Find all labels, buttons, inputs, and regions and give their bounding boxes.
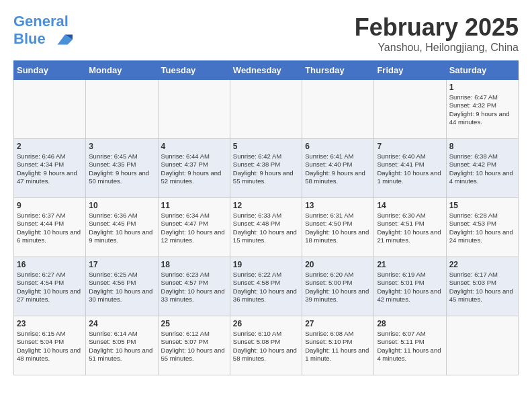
day-number: 14 <box>377 201 443 210</box>
day-number: 6 <box>305 142 371 151</box>
header-tuesday: Tuesday <box>158 61 230 80</box>
day-number: 15 <box>449 201 515 210</box>
calendar-cell: 16Sunrise: 6:27 AM Sunset: 4:54 PM Dayli… <box>14 257 86 316</box>
calendar-cell <box>302 80 374 139</box>
day-info: Sunrise: 6:12 AM Sunset: 5:07 PM Dayligh… <box>161 330 227 363</box>
day-info: Sunrise: 6:33 AM Sunset: 4:48 PM Dayligh… <box>233 212 299 244</box>
logo-icon <box>52 30 73 50</box>
day-info: Sunrise: 6:30 AM Sunset: 4:51 PM Dayligh… <box>377 212 443 244</box>
day-info: Sunrise: 6:34 AM Sunset: 4:47 PM Dayligh… <box>161 212 227 244</box>
day-number: 2 <box>17 142 83 151</box>
day-info: Sunrise: 6:20 AM Sunset: 5:00 PM Dayligh… <box>305 271 371 304</box>
day-number: 28 <box>377 319 443 328</box>
day-number: 19 <box>233 260 299 269</box>
logo-text2: Blue <box>13 30 73 50</box>
calendar-cell: 26Sunrise: 6:10 AM Sunset: 5:08 PM Dayli… <box>230 316 302 375</box>
logo: General Blue <box>13 13 73 50</box>
calendar-cell: 28Sunrise: 6:07 AM Sunset: 5:11 PM Dayli… <box>374 316 446 375</box>
day-info: Sunrise: 6:45 AM Sunset: 4:35 PM Dayligh… <box>89 152 154 185</box>
calendar-subtitle: Yanshou, Heilongjiang, China <box>355 42 519 54</box>
calendar-cell: 20Sunrise: 6:20 AM Sunset: 5:00 PM Dayli… <box>302 257 374 316</box>
calendar-body: 1Sunrise: 6:47 AM Sunset: 4:32 PM Daylig… <box>14 80 519 375</box>
calendar-cell: 4Sunrise: 6:44 AM Sunset: 4:37 PM Daylig… <box>158 139 230 198</box>
day-number: 21 <box>377 260 443 269</box>
day-number: 8 <box>449 142 515 151</box>
calendar-cell: 1Sunrise: 6:47 AM Sunset: 4:32 PM Daylig… <box>446 80 518 139</box>
day-info: Sunrise: 6:19 AM Sunset: 5:01 PM Dayligh… <box>377 271 443 304</box>
calendar-cell <box>446 316 518 375</box>
header-wednesday: Wednesday <box>230 61 302 80</box>
day-number: 4 <box>161 142 227 151</box>
day-number: 12 <box>233 201 299 210</box>
calendar-cell: 21Sunrise: 6:19 AM Sunset: 5:01 PM Dayli… <box>374 257 446 316</box>
day-info: Sunrise: 6:22 AM Sunset: 4:58 PM Dayligh… <box>233 271 299 304</box>
header-saturday: Saturday <box>446 61 518 80</box>
day-info: Sunrise: 6:27 AM Sunset: 4:54 PM Dayligh… <box>17 271 83 304</box>
day-info: Sunrise: 6:23 AM Sunset: 4:57 PM Dayligh… <box>161 271 227 304</box>
header-sunday: Sunday <box>14 61 86 80</box>
day-number: 23 <box>17 319 83 328</box>
calendar-cell: 15Sunrise: 6:28 AM Sunset: 4:53 PM Dayli… <box>446 198 518 257</box>
day-info: Sunrise: 6:10 AM Sunset: 5:08 PM Dayligh… <box>233 330 299 363</box>
calendar-cell: 2Sunrise: 6:46 AM Sunset: 4:34 PM Daylig… <box>14 139 86 198</box>
calendar-cell: 25Sunrise: 6:12 AM Sunset: 5:07 PM Dayli… <box>158 316 230 375</box>
calendar-cell: 22Sunrise: 6:17 AM Sunset: 5:03 PM Dayli… <box>446 257 518 316</box>
calendar-title: February 2025 <box>355 13 519 42</box>
calendar-cell: 13Sunrise: 6:31 AM Sunset: 4:50 PM Dayli… <box>302 198 374 257</box>
title-section: February 2025 Yanshou, Heilongjiang, Chi… <box>355 13 519 54</box>
day-number: 10 <box>89 201 154 210</box>
calendar-week-4: 23Sunrise: 6:15 AM Sunset: 5:04 PM Dayli… <box>14 316 519 375</box>
day-info: Sunrise: 6:07 AM Sunset: 5:11 PM Dayligh… <box>377 330 443 363</box>
calendar-table: Sunday Monday Tuesday Wednesday Thursday… <box>13 60 519 375</box>
calendar-cell: 7Sunrise: 6:40 AM Sunset: 4:41 PM Daylig… <box>374 139 446 198</box>
calendar-cell: 12Sunrise: 6:33 AM Sunset: 4:48 PM Dayli… <box>230 198 302 257</box>
calendar-week-0: 1Sunrise: 6:47 AM Sunset: 4:32 PM Daylig… <box>14 80 519 139</box>
weekday-row: Sunday Monday Tuesday Wednesday Thursday… <box>14 61 519 80</box>
day-number: 1 <box>449 83 515 92</box>
day-number: 5 <box>233 142 299 151</box>
calendar-cell: 19Sunrise: 6:22 AM Sunset: 4:58 PM Dayli… <box>230 257 302 316</box>
calendar-cell: 5Sunrise: 6:42 AM Sunset: 4:38 PM Daylig… <box>230 139 302 198</box>
calendar-cell: 11Sunrise: 6:34 AM Sunset: 4:47 PM Dayli… <box>158 198 230 257</box>
day-info: Sunrise: 6:40 AM Sunset: 4:41 PM Dayligh… <box>377 152 443 185</box>
calendar-cell <box>374 80 446 139</box>
day-info: Sunrise: 6:41 AM Sunset: 4:40 PM Dayligh… <box>305 152 371 185</box>
day-number: 18 <box>161 260 227 269</box>
day-number: 7 <box>377 142 443 151</box>
header-thursday: Thursday <box>302 61 374 80</box>
calendar-cell: 24Sunrise: 6:14 AM Sunset: 5:05 PM Dayli… <box>86 316 158 375</box>
day-number: 11 <box>161 201 227 210</box>
day-number: 20 <box>305 260 371 269</box>
day-info: Sunrise: 6:37 AM Sunset: 4:44 PM Dayligh… <box>17 212 83 244</box>
day-info: Sunrise: 6:36 AM Sunset: 4:45 PM Dayligh… <box>89 212 154 244</box>
calendar-week-2: 9Sunrise: 6:37 AM Sunset: 4:44 PM Daylig… <box>14 198 519 257</box>
day-number: 27 <box>305 319 371 328</box>
calendar-week-1: 2Sunrise: 6:46 AM Sunset: 4:34 PM Daylig… <box>14 139 519 198</box>
calendar-cell: 14Sunrise: 6:30 AM Sunset: 4:51 PM Dayli… <box>374 198 446 257</box>
day-info: Sunrise: 6:44 AM Sunset: 4:37 PM Dayligh… <box>161 152 227 185</box>
day-info: Sunrise: 6:42 AM Sunset: 4:38 PM Dayligh… <box>233 152 299 185</box>
day-info: Sunrise: 6:15 AM Sunset: 5:04 PM Dayligh… <box>17 330 83 363</box>
calendar-cell <box>230 80 302 139</box>
calendar-cell: 9Sunrise: 6:37 AM Sunset: 4:44 PM Daylig… <box>14 198 86 257</box>
calendar-cell: 8Sunrise: 6:38 AM Sunset: 4:42 PM Daylig… <box>446 139 518 198</box>
day-info: Sunrise: 6:46 AM Sunset: 4:34 PM Dayligh… <box>17 152 83 185</box>
header-friday: Friday <box>374 61 446 80</box>
day-info: Sunrise: 6:28 AM Sunset: 4:53 PM Dayligh… <box>449 212 515 244</box>
calendar-week-3: 16Sunrise: 6:27 AM Sunset: 4:54 PM Dayli… <box>14 257 519 316</box>
logo-text: General <box>13 13 73 30</box>
calendar-cell: 27Sunrise: 6:08 AM Sunset: 5:10 PM Dayli… <box>302 316 374 375</box>
day-info: Sunrise: 6:31 AM Sunset: 4:50 PM Dayligh… <box>305 212 371 244</box>
day-info: Sunrise: 6:25 AM Sunset: 4:56 PM Dayligh… <box>89 271 154 304</box>
calendar-cell: 10Sunrise: 6:36 AM Sunset: 4:45 PM Dayli… <box>86 198 158 257</box>
day-number: 16 <box>17 260 83 269</box>
day-number: 3 <box>89 142 154 151</box>
calendar-cell: 17Sunrise: 6:25 AM Sunset: 4:56 PM Dayli… <box>86 257 158 316</box>
calendar-cell <box>14 80 86 139</box>
day-info: Sunrise: 6:17 AM Sunset: 5:03 PM Dayligh… <box>449 271 515 304</box>
calendar-cell: 3Sunrise: 6:45 AM Sunset: 4:35 PM Daylig… <box>86 139 158 198</box>
calendar-cell: 6Sunrise: 6:41 AM Sunset: 4:40 PM Daylig… <box>302 139 374 198</box>
header: General Blue February 2025 Yanshou, Heil… <box>13 13 519 54</box>
day-number: 9 <box>17 201 83 210</box>
day-number: 26 <box>233 319 299 328</box>
